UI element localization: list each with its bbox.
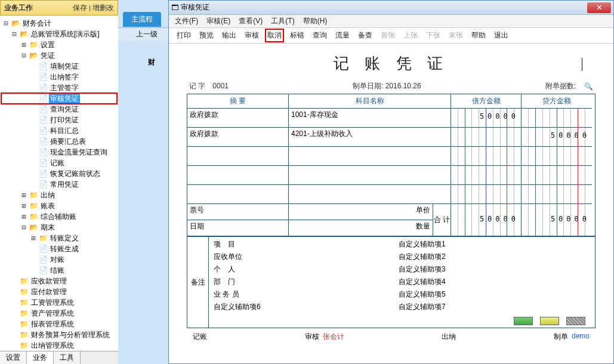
cell-debit[interactable]	[451, 128, 522, 147]
tree-leaf-audit-voucher[interactable]: 📄审核凭证	[1, 93, 117, 104]
dialog-menubar: 文件(F) 审核(E) 查看(V) 工具(T) 帮助(H)	[169, 15, 613, 28]
tab-settings[interactable]: 设置	[0, 351, 27, 364]
item-1-label: 项 目	[214, 239, 399, 249]
voucher-row[interactable]: 政府拨款1001-库存现金50000	[187, 109, 595, 128]
mini-button-green[interactable]	[514, 317, 533, 325]
tree-leaf-post[interactable]: 📄记账	[1, 158, 117, 168]
qty-label: 数量	[289, 220, 433, 236]
item-3-label: 个 人	[214, 264, 399, 274]
cell-debit[interactable]	[451, 147, 522, 166]
dialog-toolbar: 打印 预览 输出 审核 取消 标错 查询 流量 备查 首张 上张 下张 末张 帮…	[169, 28, 613, 44]
cell-subject[interactable]	[289, 166, 451, 185]
tree-leaf-cashflow-query[interactable]: 📄现金流量凭证查询	[1, 147, 117, 158]
sub-totals-row: 票号 日期 单价 数量 合 计 50000 50000	[187, 204, 595, 236]
tb-flow[interactable]: 流量	[334, 29, 351, 42]
tree-node-budget[interactable]: 📁财务预算与分析管理系统	[1, 329, 117, 340]
tab-business[interactable]: 业务	[27, 351, 54, 364]
menu-file[interactable]: 文件(F)	[175, 16, 198, 26]
tree-leaf-manager-sign[interactable]: 📄主管签字	[1, 82, 117, 93]
nav-tree: ⊟📂财务会计 ⊟📂总账管理系统[演示版] ⊞📁设置 ⊟📂凭证 📄填制凭证 📄出纳…	[0, 16, 118, 364]
cell-subject[interactable]	[289, 147, 451, 166]
menu-tool[interactable]: 工具(T)	[271, 16, 294, 26]
cell-subject[interactable]	[289, 185, 451, 204]
tb-check[interactable]: 备查	[356, 29, 374, 42]
tree-leaf-query-voucher[interactable]: 📄查询凭证	[1, 104, 117, 115]
menu-help[interactable]: 帮助(H)	[303, 16, 328, 26]
tb-help[interactable]: 帮助	[470, 29, 488, 42]
cell-debit[interactable]: 50000	[451, 109, 522, 128]
tree-node-auxiliary[interactable]: ⊞📁综合辅助账	[1, 211, 117, 222]
tree-leaf-summary-sheet[interactable]: 📄摘要汇总表	[1, 136, 117, 147]
total-debit-value: 50000	[480, 215, 519, 223]
tree-leaf-close[interactable]: 📄结账	[1, 265, 117, 276]
tb-audit[interactable]: 审核	[243, 29, 261, 42]
tree-leaf-cashier-sign[interactable]: 📄出纳签字	[1, 72, 117, 82]
tb-preview[interactable]: 预览	[198, 29, 215, 42]
voucher-row[interactable]	[187, 185, 595, 204]
cell-credit[interactable]: 50000	[522, 128, 592, 147]
item-3-value: 自定义辅助项3	[399, 264, 446, 274]
tb-cancel[interactable]: 取消	[266, 29, 283, 42]
tree-node-report[interactable]: 📁报表管理系统	[1, 319, 117, 329]
tree-leaf-fill[interactable]: 📄填制凭证	[1, 61, 117, 72]
up-level-link[interactable]: 上一级	[136, 29, 158, 39]
total-debit-cell: 50000	[451, 204, 522, 236]
tree-node-ledger[interactable]: ⊞📁账表	[1, 200, 117, 211]
tree-node-finance[interactable]: ⊟📂财务会计	[1, 18, 117, 29]
dialog-title: 审核凭证	[181, 2, 209, 13]
cell-credit[interactable]	[522, 166, 592, 185]
tb-first: 首张	[379, 29, 397, 42]
voucher-row[interactable]	[187, 166, 595, 185]
text-cursor	[582, 58, 582, 71]
tree-leaf-transfer-gen[interactable]: 📄转账生成	[1, 243, 117, 254]
tree-leaf-print-voucher[interactable]: 📄打印凭证	[1, 115, 117, 125]
tree-node-transfer-def[interactable]: ⊞📁转账定义	[1, 233, 117, 243]
tree-leaf-restore[interactable]: 📄恢复记账前状态	[1, 168, 117, 179]
voucher-row[interactable]: 政府拨款4201-上级补助收入50000	[187, 128, 595, 147]
cell-summary[interactable]	[187, 147, 289, 166]
search-icon[interactable]: 🔍	[584, 82, 593, 91]
menu-view[interactable]: 查看(V)	[239, 16, 263, 26]
cell-credit[interactable]	[522, 109, 592, 128]
tree-node-cashier[interactable]: ⊞📁出纳	[1, 190, 117, 200]
mini-button-yellow[interactable]	[540, 317, 559, 325]
close-button[interactable]: ✕	[587, 2, 611, 13]
mini-button-gray[interactable]	[566, 317, 585, 325]
tb-output[interactable]: 输出	[220, 29, 238, 42]
tree-node-ap[interactable]: 📁应付款管理	[1, 286, 117, 297]
item-2-label: 应收单位	[214, 252, 399, 262]
cell-summary[interactable]: 政府拨款	[187, 128, 289, 147]
tree-node-ar[interactable]: 📁应收款管理	[1, 276, 117, 286]
tree-leaf-subject-summary[interactable]: 📄科目汇总	[1, 125, 117, 136]
item-5-value: 自定义辅助项5	[399, 289, 446, 300]
cell-credit[interactable]	[522, 147, 592, 166]
tree-node-periodend[interactable]: ⊟📂期末	[1, 222, 117, 233]
tb-print[interactable]: 打印	[175, 29, 193, 42]
tree-node-asset[interactable]: 📁资产管理系统	[1, 308, 117, 319]
tree-node-cashier-sys[interactable]: 📁出纳管理系统	[1, 340, 117, 351]
tb-exit[interactable]: 退出	[492, 29, 510, 42]
tree-node-gl[interactable]: ⊟📂总账管理系统[演示版]	[1, 29, 117, 39]
cell-summary[interactable]	[187, 166, 289, 185]
cell-subject[interactable]: 4201-上级补助收入	[289, 128, 451, 147]
tree-leaf-reconcile[interactable]: 📄对账	[1, 254, 117, 265]
tree-node-payroll[interactable]: 📁工资管理系统	[1, 297, 117, 308]
tb-mark[interactable]: 标错	[288, 29, 306, 42]
cell-credit[interactable]	[522, 185, 592, 204]
mid-subbar: 上一级	[118, 27, 168, 41]
left-header-buttons[interactable]: 保存 | 增删改	[73, 3, 114, 13]
word-label: 记 字	[189, 82, 205, 90]
cell-debit[interactable]	[451, 166, 522, 185]
cell-summary[interactable]: 政府拨款	[187, 109, 289, 128]
tree-node-voucher[interactable]: ⊟📂凭证	[1, 50, 117, 61]
tree-node-settings[interactable]: ⊞📁设置	[1, 39, 117, 50]
main-flow-tab[interactable]: 主流程	[123, 12, 161, 27]
tree-leaf-common[interactable]: 📄常用凭证	[1, 179, 117, 190]
cell-subject[interactable]: 1001-库存现金	[289, 109, 451, 128]
tab-tools[interactable]: 工具	[54, 351, 81, 364]
cell-summary[interactable]	[187, 185, 289, 204]
tb-query[interactable]: 查询	[311, 29, 329, 42]
cell-debit[interactable]	[451, 185, 522, 204]
menu-audit[interactable]: 审核(E)	[206, 16, 230, 26]
voucher-row[interactable]	[187, 147, 595, 166]
